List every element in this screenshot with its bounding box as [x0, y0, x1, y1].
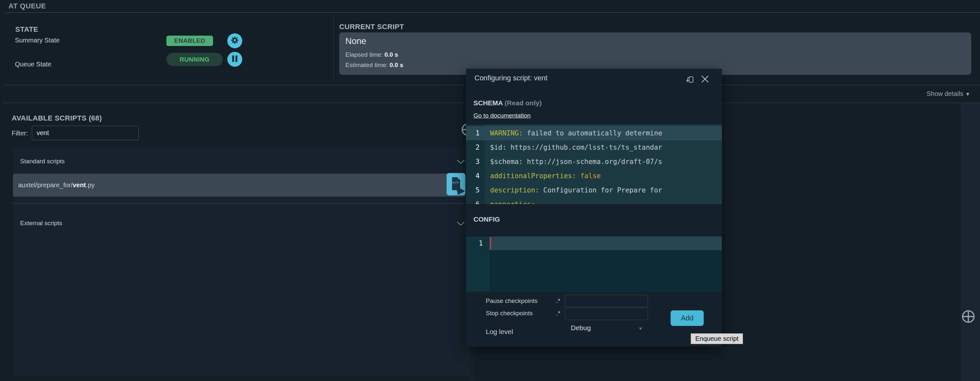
- log-level-select[interactable]: Debug: [571, 324, 591, 332]
- code-line: 6▾ properties:: [466, 197, 722, 204]
- script-path: auxtel/prepare_for/vent.py: [18, 181, 95, 189]
- queue-state-label: Queue State: [15, 60, 51, 68]
- add-button[interactable]: Add: [671, 310, 704, 326]
- pause-icon: [231, 55, 239, 64]
- script-list-item[interactable]: auxtel/prepare_for/vent.py </>: [13, 174, 465, 197]
- config-editor[interactable]: 1: [466, 237, 722, 292]
- summary-state-badge: ENABLED: [166, 36, 213, 46]
- filter-label: Filter:: [12, 130, 28, 137]
- estimated-time: Estimated time: 0.0 s: [345, 62, 403, 69]
- schema-heading: SCHEMA (Read only): [474, 99, 542, 107]
- text-cursor: [490, 237, 491, 249]
- divider: [13, 203, 466, 203]
- svg-text:</>: </>: [452, 181, 459, 185]
- enqueue-script-tooltip: Enqueue script: [691, 333, 743, 344]
- state-section-title: STATE: [15, 25, 38, 34]
- external-scripts-group[interactable]: External scripts: [20, 220, 62, 227]
- script-match: vent: [73, 181, 86, 189]
- current-script-title: CURRENT SCRIPT: [339, 23, 404, 31]
- estimated-time-value: 0.0 s: [390, 62, 403, 68]
- at-queue-screen: AT QUEUE STATE Summary State ENABLED Que…: [0, 0, 980, 381]
- filter-input[interactable]: [32, 126, 139, 140]
- schema-readonly-note: (Read only): [504, 99, 542, 106]
- line-number: 1: [466, 237, 489, 250]
- code-line: 5 description: Configuration for Prepare…: [466, 183, 722, 197]
- gear-icon: [230, 35, 240, 46]
- pause-queue-button[interactable]: [228, 52, 242, 67]
- pause-checkpoints-label: Pause checkpoints: [486, 297, 538, 305]
- chevron-down-icon: ▼: [965, 91, 970, 97]
- stop-checkpoints-input[interactable]: [565, 308, 648, 320]
- active-line-highlight: [489, 237, 722, 250]
- queue-state-badge: RUNNING: [166, 53, 223, 66]
- standard-scripts-group[interactable]: Standard scripts: [20, 158, 65, 165]
- summary-state-command-button[interactable]: [228, 33, 242, 48]
- modal-title: Configuring script: vent: [474, 74, 547, 82]
- code-line: 4 additionalProperties: false: [466, 169, 722, 183]
- configure-script-modal: Configuring script: vent SCHEMA (Read on…: [466, 69, 722, 347]
- chevron-down-icon[interactable]: ▼: [638, 326, 643, 331]
- stop-checkpoints-label: Stop checkpoints: [486, 310, 533, 317]
- pause-checkpoints-input[interactable]: [565, 295, 648, 307]
- go-to-documentation-link[interactable]: Go to documentation: [474, 112, 531, 119]
- summary-state-label: Summary State: [15, 37, 60, 44]
- elapsed-time: Elapsed time: 0.0 s: [345, 51, 398, 58]
- show-details-toggle[interactable]: Show details ▼: [926, 90, 970, 97]
- schema-editor[interactable]: 1 WARNING: failed to automatically deter…: [466, 124, 722, 204]
- mouse-cursor: [455, 185, 466, 198]
- log-level-label: Log level: [486, 328, 513, 336]
- divider: [333, 16, 334, 82]
- pause-checkpoints-hint: .*: [556, 297, 560, 305]
- copy-icon[interactable]: [684, 74, 695, 86]
- target-plus-icon[interactable]: [961, 310, 975, 325]
- page-title: AT QUEUE: [8, 2, 46, 10]
- right-strip: [961, 103, 980, 381]
- code-line: 1 WARNING: failed to automatically deter…: [466, 126, 722, 140]
- current-script-name: None: [345, 36, 366, 46]
- stop-checkpoints-hint: .*: [556, 310, 560, 317]
- code-line: 2 $id: https://github.com/lsst-ts/ts_sta…: [466, 140, 722, 154]
- chevron-down-icon[interactable]: [457, 159, 465, 164]
- available-scripts-title: AVAILABLE SCRIPTS (68): [12, 114, 102, 122]
- close-icon[interactable]: [700, 74, 710, 85]
- chevron-down-icon[interactable]: [457, 221, 465, 226]
- config-heading: CONFIG: [474, 216, 500, 223]
- code-line: 3 $schema: http://json-schema.org/draft-…: [466, 154, 722, 169]
- elapsed-time-value: 0.0 s: [384, 51, 398, 58]
